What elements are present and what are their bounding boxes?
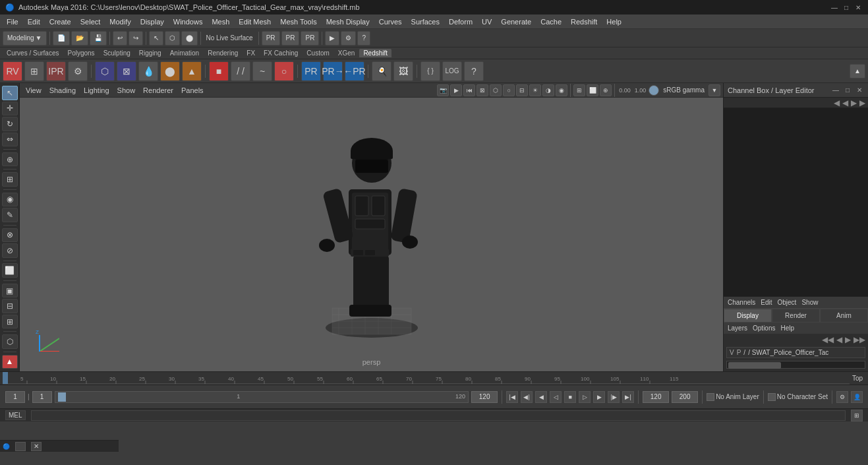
soft-select[interactable]: ◉ xyxy=(2,193,18,207)
paint-select-btn[interactable]: ⬤ xyxy=(181,31,198,46)
go-start-btn[interactable]: |◀ xyxy=(506,391,518,403)
film-gate-icon[interactable]: ⬜ xyxy=(587,84,598,96)
menu-item-curves[interactable]: Curves xyxy=(375,16,406,27)
playback-icon[interactable]: ▶ xyxy=(450,84,462,96)
viewport-canvas[interactable]: Y X Z persp xyxy=(20,98,723,371)
menu-item-generate[interactable]: Generate xyxy=(497,16,535,27)
cam-icon[interactable]: 📷 xyxy=(437,84,449,96)
renderer-menu[interactable]: Renderer xyxy=(140,86,177,95)
menu-item-edit[interactable]: Edit xyxy=(24,16,44,27)
lasso-select-btn[interactable]: ⬡ xyxy=(165,31,180,46)
visibility-v[interactable]: V xyxy=(730,349,734,356)
scroll-left[interactable]: ◀ xyxy=(834,98,840,108)
maximize-button[interactable]: □ xyxy=(842,3,851,12)
menu-item-redshift[interactable]: Redshift xyxy=(567,16,601,27)
shelf-icon-rv[interactable]: RV xyxy=(3,61,22,81)
playback-start-input[interactable] xyxy=(643,391,669,403)
lighting-menu[interactable]: Lighting xyxy=(80,86,113,95)
scroll-left2[interactable]: ◀ xyxy=(842,98,848,108)
prev-key-btn[interactable]: ◀| xyxy=(521,391,533,403)
panels-menu[interactable]: Panels xyxy=(178,86,207,95)
grid-vp-icon[interactable]: ⊞ xyxy=(573,84,585,96)
shelf-icon-help[interactable]: ? xyxy=(464,61,484,81)
shelf-icon-log[interactable]: LOG xyxy=(442,61,462,81)
scroll-right[interactable]: ▶ xyxy=(851,98,857,108)
prev-frame-btn[interactable]: ◀ xyxy=(535,391,547,403)
shelf-icon-pr-back[interactable]: ←PR xyxy=(345,61,364,81)
render-btn[interactable]: ▶ xyxy=(325,31,339,46)
universal-manip[interactable]: ⊕ xyxy=(2,152,18,167)
next-frame-btn[interactable]: ▶ xyxy=(593,391,605,403)
paint-effects[interactable]: ✎ xyxy=(2,208,18,222)
scroll-right2[interactable]: ▶ xyxy=(859,98,865,108)
rotate-tool[interactable]: ↻ xyxy=(2,117,18,131)
menu-item-edit-mesh[interactable]: Edit Mesh xyxy=(235,16,275,27)
rph-maximize[interactable]: □ xyxy=(843,86,852,95)
undo-btn[interactable]: ↩ xyxy=(113,31,127,46)
window-restore[interactable] xyxy=(15,442,26,451)
shelf-tab-xgen[interactable]: XGen xyxy=(334,49,359,57)
redo-btn[interactable]: ↪ xyxy=(129,31,143,46)
move-tool[interactable]: ✛ xyxy=(2,102,18,116)
horiz-scrollbar[interactable] xyxy=(726,361,865,369)
show-menu[interactable]: Show xyxy=(114,86,139,95)
settings-icon[interactable]: ⚙ xyxy=(836,391,848,403)
options-item[interactable]: Options xyxy=(753,325,775,332)
time-scrubber[interactable]: 1 120 xyxy=(55,391,469,403)
texture-icon[interactable]: ⊟ xyxy=(516,84,528,96)
playback2-icon[interactable]: ⏮ xyxy=(463,84,475,96)
shelf-tab-fx-caching[interactable]: FX Caching xyxy=(260,49,302,57)
shelf-icon-drop[interactable]: 💧 xyxy=(138,61,158,81)
frame-start-input[interactable] xyxy=(32,391,52,403)
shelf-icon-ipr[interactable]: IPR xyxy=(46,61,66,81)
ao-icon[interactable]: ◉ xyxy=(556,84,567,96)
view-menu[interactable]: View xyxy=(22,86,45,95)
object-menu[interactable]: Object xyxy=(778,299,797,306)
hud-icon[interactable]: ⊕ xyxy=(600,84,612,96)
shelf-tab-polygons[interactable]: Polygons xyxy=(63,49,98,57)
current-frame-input[interactable] xyxy=(5,391,25,403)
shadow-icon[interactable]: ◑ xyxy=(542,84,554,96)
visibility-p[interactable]: P xyxy=(737,349,741,356)
shelf-icon-curve[interactable]: ~ xyxy=(252,61,272,81)
menu-item-deform[interactable]: Deform xyxy=(445,16,477,27)
shelf-icon-render-img[interactable]: 🍳 xyxy=(372,61,391,81)
shelf-icon-pr-blue[interactable]: PR xyxy=(301,61,321,81)
play-fwd-btn[interactable]: ▷ xyxy=(579,391,591,403)
menu-item-surfaces[interactable]: Surfaces xyxy=(407,16,444,27)
menu-item-windows[interactable]: Windows xyxy=(169,16,207,27)
save-scene-btn[interactable]: 💾 xyxy=(90,31,107,46)
color-swatch[interactable] xyxy=(649,85,659,96)
nav-left2[interactable]: ◀◀ xyxy=(822,335,834,344)
frame-all[interactable]: ⬡ xyxy=(2,334,18,349)
shelf-icon-slash[interactable]: / / xyxy=(231,61,250,81)
shelf-tab-custom[interactable]: Custom xyxy=(303,49,333,57)
quick-layout-2[interactable]: ⊟ xyxy=(2,299,18,313)
render-settings-btn[interactable]: PR xyxy=(262,31,280,46)
window-close-small[interactable]: ✕ xyxy=(31,442,42,451)
settings-btn[interactable]: ⚙ xyxy=(341,31,356,46)
wire-icon[interactable]: ⬡ xyxy=(490,84,502,96)
shelf-tab-curves---surfaces[interactable]: Curves / Surfaces xyxy=(3,49,63,57)
quick-layout-3[interactable]: ⊞ xyxy=(2,315,18,329)
ipr-render-btn[interactable]: PR xyxy=(281,31,300,46)
stop-btn[interactable]: ■ xyxy=(564,391,576,403)
shelf-icon-grid[interactable]: ⊞ xyxy=(24,61,44,81)
rph-minimize[interactable]: — xyxy=(831,86,840,95)
shelf-tab-rendering[interactable]: Rendering xyxy=(204,49,242,57)
status-icon[interactable]: ⊞ xyxy=(851,410,863,421)
colorspace-dropdown[interactable]: ▼ xyxy=(709,84,720,96)
next-key-btn[interactable]: |▶ xyxy=(608,391,620,403)
scrollbar-thumb[interactable] xyxy=(728,362,781,369)
char-icon[interactable]: 👤 xyxy=(851,391,863,403)
shelf-icon-render2[interactable]: 🖼 xyxy=(393,61,413,81)
rph-close[interactable]: ✕ xyxy=(855,86,864,95)
menu-item-file[interactable]: File xyxy=(3,16,22,27)
shelf-tab-redshift[interactable]: Redshift xyxy=(359,49,391,57)
snap-grid[interactable]: ⊞ xyxy=(2,172,18,187)
command-input[interactable] xyxy=(31,410,846,421)
menu-item-help[interactable]: Help xyxy=(602,16,625,27)
edit-menu[interactable]: Edit xyxy=(761,299,772,306)
render-view-btn[interactable]: PR xyxy=(301,31,319,46)
help-item[interactable]: Help xyxy=(780,325,794,332)
